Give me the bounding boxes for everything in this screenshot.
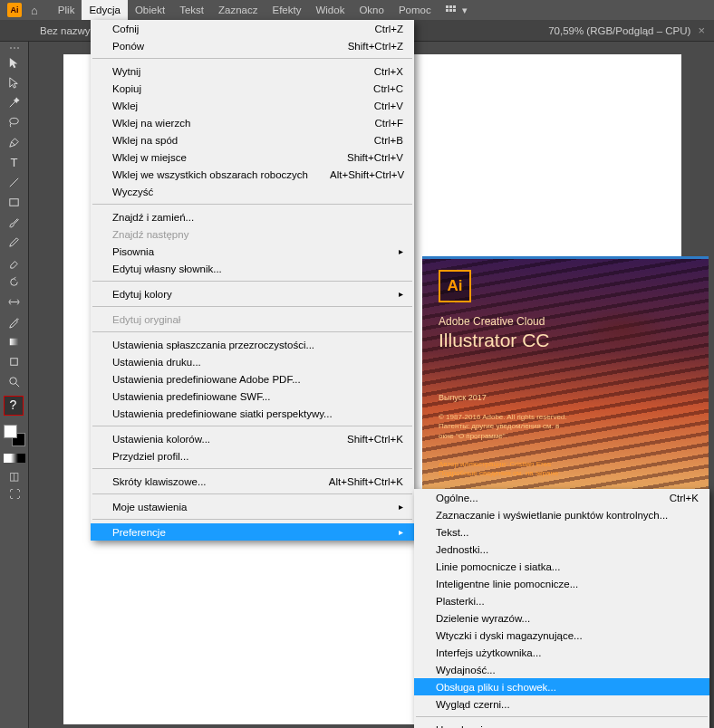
menu-item[interactable]: Ustawienia druku...	[91, 353, 414, 370]
menu-item[interactable]: Wygląd czerni...	[414, 695, 709, 713]
menu-item[interactable]: Ustawienia predefiniowane siatki perspek…	[91, 405, 414, 422]
menu-item[interactable]: Skróty klawiszowe...Alt+Shift+Ctrl+K	[91, 473, 414, 490]
menu-item[interactable]: WytnijCtrl+X	[91, 62, 414, 80]
eraser-tool[interactable]	[4, 253, 25, 272]
menu-item-label: Edytuj oryginał	[112, 314, 180, 325]
pencil-tool[interactable]	[4, 233, 25, 252]
panel-grip[interactable]	[5, 47, 24, 50]
rectangle-tool[interactable]	[4, 193, 25, 212]
width-tool[interactable]	[4, 292, 25, 311]
menu-item[interactable]: Ustawienia predefiniowane Adobe PDF...	[91, 370, 414, 388]
menu-item[interactable]: Wklej na wierzchCtrl+F	[91, 114, 414, 131]
svg-rect-5	[453, 9, 456, 12]
menu-item[interactable]: Zaznaczanie i wyświetlanie punktów kontr…	[414, 506, 709, 523]
menu-zaznacz[interactable]: Zaznacz	[211, 0, 265, 20]
color-mode-strip[interactable]	[4, 454, 25, 465]
separator	[92, 281, 412, 282]
menu-item[interactable]: Moje ustawienia▸	[91, 498, 414, 515]
document-tab[interactable]: 70,59% (RGB/Podgląd – CPU) ×	[539, 20, 714, 41]
menu-tekst[interactable]: Tekst	[172, 0, 211, 20]
menu-item[interactable]: PonówShift+Ctrl+Z	[91, 37, 414, 54]
rotate-tool[interactable]	[4, 273, 25, 292]
draw-mode-icon[interactable]: ◫	[9, 470, 19, 483]
menu-item[interactable]: KopiujCtrl+C	[91, 80, 414, 97]
menu-item[interactable]: Plasterki...	[414, 592, 709, 609]
menu-item[interactable]: Ustawienia predefiniowane SWF...	[91, 388, 414, 405]
menu-item[interactable]: Wtyczki i dyski magazynujące...	[414, 627, 709, 644]
artboard-tool[interactable]	[4, 352, 25, 371]
menu-item[interactable]: Wklej na spódCtrl+B	[91, 131, 414, 148]
magic-wand-tool[interactable]	[4, 93, 25, 112]
credits-text: Автор иллюстрации: Cristian Eres Подробн…	[439, 460, 558, 479]
menu-widok[interactable]: Widok	[308, 0, 352, 20]
tab-title: 70,59% (RGB/Podgląd – CPU)	[548, 25, 690, 36]
menu-item[interactable]: Inteligentne linie pomocnicze...	[414, 575, 709, 592]
menu-item[interactable]: Wklej w miejsceShift+Ctrl+V	[91, 148, 414, 166]
menu-item[interactable]: Dzielenie wyrazów...	[414, 609, 709, 627]
type-tool[interactable]: T	[4, 153, 25, 172]
menu-item[interactable]: CofnijCtrl+Z	[91, 20, 414, 37]
menu-item[interactable]: Tekst...	[414, 523, 709, 541]
menu-item[interactable]: Edytuj własny słownik...	[91, 260, 414, 277]
shortcut-label: Ctrl+C	[352, 83, 403, 94]
menu-item[interactable]: Jednostki...	[414, 541, 709, 558]
selection-tool[interactable]	[4, 53, 25, 72]
menu-item-label: Ustawienia predefiniowane Adobe PDF...	[112, 374, 301, 385]
fill-stroke-question[interactable]: ?	[4, 396, 25, 417]
menu-item[interactable]: Ustawienia kolorów...Shift+Ctrl+K	[91, 430, 414, 447]
menu-item[interactable]: Ustawienia spłaszczania przezroczystości…	[91, 336, 414, 353]
svg-rect-1	[449, 5, 452, 8]
svg-point-12	[10, 378, 17, 385]
menu-item-label: Wklej we wszystkich obszarach roboczych	[112, 169, 308, 180]
menu-item-label: Znajdź następny	[112, 229, 188, 240]
menu-plik[interactable]: Plik	[51, 0, 82, 20]
menu-item-label: Tekst...	[436, 527, 468, 538]
fill-stroke-swatch[interactable]	[4, 425, 25, 446]
menu-item-label: Ponów	[112, 41, 144, 52]
menu-item[interactable]: Obsługa pliku i schowek...	[414, 678, 709, 695]
menu-item[interactable]: Linie pomocnicze i siatka...	[414, 558, 709, 575]
menu-item[interactable]: Wydajność...	[414, 661, 709, 678]
separator	[92, 493, 412, 494]
grid-icon	[446, 5, 458, 14]
lasso-tool[interactable]	[4, 113, 25, 132]
direct-selection-tool[interactable]	[4, 73, 25, 92]
svg-rect-2	[453, 5, 456, 8]
menu-item[interactable]: Znajdź i zamień...	[91, 208, 414, 225]
eyedropper-tool[interactable]	[4, 312, 25, 331]
pen-tool[interactable]	[4, 133, 25, 152]
splash-screen: Ai Adobe Creative Cloud Illustrator CC В…	[422, 256, 709, 490]
shortcut-label: Ctrl+V	[352, 101, 403, 111]
suite-name: Adobe Creative Cloud	[439, 315, 545, 328]
line-tool[interactable]	[4, 173, 25, 192]
gradient-tool[interactable]	[4, 332, 25, 351]
menu-item-label: Wklej na spód	[112, 135, 178, 146]
menu-item-label: Moje ustawienia	[112, 502, 187, 512]
svg-rect-11	[11, 359, 18, 366]
menu-okno[interactable]: Okno	[352, 0, 391, 20]
menu-efekty[interactable]: Efekty	[265, 0, 308, 20]
menu-item[interactable]: Ogólne...Ctrl+K	[414, 489, 709, 506]
screen-mode-icon[interactable]: ⛶	[9, 488, 20, 501]
menu-item-label: Wklej na wierzch	[112, 118, 190, 129]
zoom-tool[interactable]	[4, 372, 25, 391]
menu-item[interactable]: Urządzenia...	[414, 721, 709, 728]
paintbrush-tool[interactable]	[4, 213, 25, 232]
menu-item-label: Edytuj kolory	[112, 289, 172, 300]
menu-item[interactable]: Przydziel profil...	[91, 447, 414, 465]
home-icon[interactable]: ⌂	[31, 4, 38, 17]
menu-item[interactable]: Pisownia▸	[91, 243, 414, 260]
menu-item[interactable]: Wklej we wszystkich obszarach roboczychA…	[91, 166, 414, 183]
menu-item-label: Dzielenie wyrazów...	[436, 613, 530, 624]
menu-item[interactable]: Wyczyść	[91, 183, 414, 200]
menu-pomoc[interactable]: Pomoc	[391, 0, 439, 20]
menu-edycja[interactable]: Edycja	[82, 0, 128, 20]
workspace-switcher[interactable]: ▾	[446, 5, 468, 16]
menu-item[interactable]: WklejCtrl+V	[91, 97, 414, 114]
close-icon[interactable]: ×	[698, 24, 705, 37]
menu-item[interactable]: Preferencje▸	[91, 523, 414, 541]
menu-item[interactable]: Edytuj kolory▸	[91, 285, 414, 302]
menu-item[interactable]: Interfejs użytkownika...	[414, 644, 709, 661]
separator	[92, 331, 412, 332]
menu-obiekt[interactable]: Obiekt	[128, 0, 172, 20]
